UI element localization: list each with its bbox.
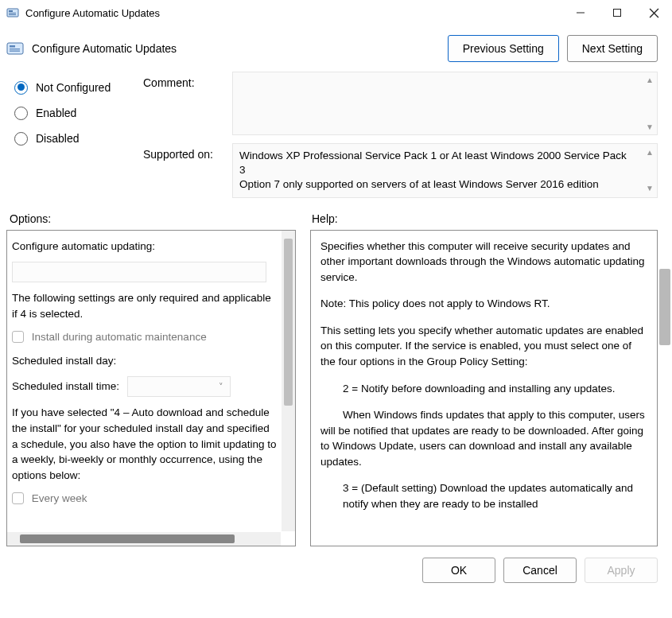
radio-indicator-icon [14,132,28,146]
radio-label: Enabled [36,107,76,119]
radio-label: Disabled [36,132,79,145]
options-horizontal-scrollbar[interactable] [7,532,281,546]
scheduled-time-label: Scheduled install time: [12,380,119,392]
title-bar: Configure Automatic Updates [0,0,672,25]
checkbox-icon [12,492,24,504]
checkbox-label: Every week [32,492,87,504]
maximize-button[interactable] [599,0,635,25]
close-button[interactable] [635,0,672,25]
supported-on-text: Windows XP Professional Service Pack 1 o… [239,150,627,190]
radio-not-configured[interactable]: Not Configured [14,75,134,100]
minimize-button[interactable] [562,0,599,25]
policy-icon [6,40,24,57]
limit-note: If you have selected "4 – Auto download … [12,405,278,483]
help-option-3-title: 3 = (Default setting) Download the updat… [320,480,647,511]
options-vertical-scrollbar[interactable] [282,231,295,531]
radio-indicator-icon [14,81,28,95]
help-content: Specifies whether this computer will rec… [311,231,657,546]
svg-rect-5 [614,10,621,17]
next-setting-button[interactable]: Next Setting [567,35,658,62]
panels-row: Configure automatic updating: The follow… [0,230,672,546]
comment-textarea[interactable]: ▲ ▼ [232,72,658,135]
scroll-down-icon[interactable]: ▼ [646,122,654,131]
scrollbar-thumb[interactable] [20,534,235,543]
every-week-checkbox[interactable]: Every week [12,491,278,507]
svg-rect-1 [9,10,13,12]
scrollbar-thumb[interactable] [284,239,293,406]
policy-title: Configure Automatic Updates [32,42,440,55]
help-label: Help: [312,212,338,225]
supported-on-box: Windows XP Professional Service Pack 1 o… [232,143,658,198]
install-during-maintenance-checkbox[interactable]: Install during automatic maintenance [12,329,278,345]
checkbox-label: Install during automatic maintenance [32,331,207,343]
help-option-2-title: 2 = Notify before downloading and instal… [320,381,647,397]
options-panel: Configure automatic updating: The follow… [6,230,296,546]
scroll-up-icon[interactable]: ▲ [646,147,654,158]
help-paragraph: Specifies whether this computer will rec… [320,239,647,286]
radio-enabled[interactable]: Enabled [14,100,134,126]
scheduled-time-select[interactable]: ˅ [127,376,231,397]
radio-disabled[interactable]: Disabled [14,126,134,151]
config-section: Not Configured Enabled Disabled Comment:… [0,70,672,198]
svg-rect-2 [9,13,16,14]
svg-rect-11 [10,51,20,52]
scroll-up-icon[interactable]: ▲ [646,76,654,84]
svg-rect-10 [10,49,20,49]
policy-app-icon [6,6,19,19]
page-vertical-scrollbar[interactable] [659,269,670,345]
comment-label: Comment: [143,76,223,148]
options-content: Configure automatic updating: The follow… [7,231,281,531]
radio-label: Not Configured [36,81,111,94]
configure-updating-label: Configure automatic updating: [12,239,278,255]
following-note: The following settings are only required… [12,290,278,321]
supported-on-label: Supported on: [143,148,223,161]
checkbox-icon [12,331,24,343]
dialog-footer: OK Cancel Apply [0,546,672,583]
ok-button[interactable]: OK [422,558,495,583]
svg-rect-9 [10,45,15,48]
scheduled-day-label: Scheduled install day: [12,355,116,367]
radio-indicator-icon [14,107,28,120]
help-panel: Specifies whether this computer will rec… [310,230,658,546]
help-paragraph: Note: This policy does not apply to Wind… [320,296,647,312]
help-paragraph: This setting lets you specify whether au… [320,323,647,370]
apply-button[interactable]: Apply [585,558,658,583]
window-title: Configure Automatic Updates [25,7,160,19]
help-option-2-body: When Windows finds updates that apply to… [320,407,647,469]
section-labels: Options: Help: [0,198,672,230]
previous-setting-button[interactable]: Previous Setting [448,35,559,62]
configure-updating-select[interactable] [12,262,266,282]
scroll-down-icon[interactable]: ▼ [646,183,654,194]
options-label: Options: [10,212,312,225]
header-row: Configure Automatic Updates Previous Set… [0,25,672,70]
svg-rect-3 [9,14,16,15]
cancel-button[interactable]: Cancel [503,558,577,583]
